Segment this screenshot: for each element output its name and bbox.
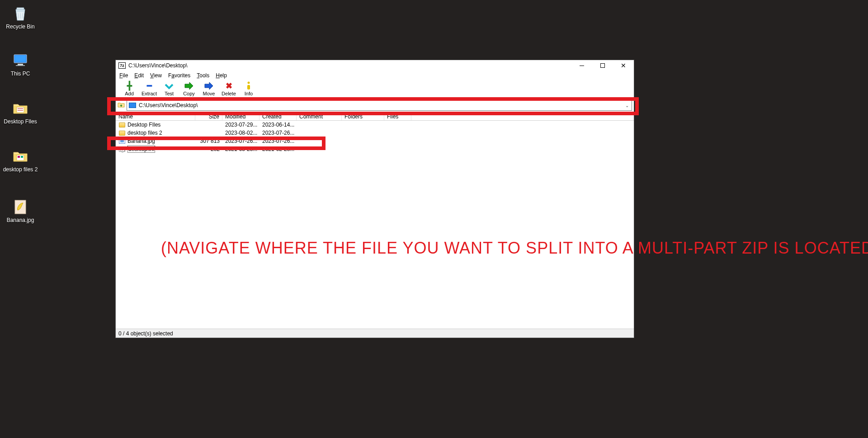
col-name[interactable]: Name	[116, 113, 195, 120]
svg-rect-13	[247, 85, 250, 89]
toolbar-label: Test	[165, 91, 174, 96]
svg-point-12	[248, 82, 250, 84]
menu-file[interactable]: File	[119, 72, 128, 79]
status-bar: 0 / 4 object(s) selected	[116, 329, 634, 338]
column-headers: Name Size Modified Created Comment Folde…	[116, 113, 634, 121]
list-row-folder[interactable]: Desktop FIles 2023-07-29... 2023-06-14..…	[116, 121, 634, 129]
desktop-icon-desktop-files-2[interactable]: desktop files 2	[0, 146, 41, 173]
desktop-icon-label: This PC	[11, 71, 30, 77]
file-modified: 2023-07-29...	[222, 122, 259, 128]
check-icon	[165, 81, 174, 91]
file-name: desktop.ini	[127, 146, 155, 153]
list-row-ini[interactable]: desktop.ini 282 2021-05-23... 2021-02-28…	[116, 145, 634, 153]
folder-icon	[118, 130, 126, 136]
maximize-button[interactable]	[592, 60, 613, 71]
col-modified[interactable]: Modified	[222, 113, 259, 120]
minimize-button[interactable]	[571, 60, 592, 71]
folder-icon	[118, 122, 126, 128]
col-created[interactable]: Created	[259, 113, 297, 120]
address-bar-area: C:\Users\Vince\Desktop\ ⌄	[116, 99, 634, 113]
col-size[interactable]: Size	[195, 113, 222, 120]
toolbar: ╋ Add ━ Extract Test Copy Move ✖	[116, 80, 634, 99]
desktop-icon-recycle-bin[interactable]: Recycle Bin	[0, 4, 41, 30]
address-path: C:\Users\Vince\Desktop\	[139, 102, 198, 108]
toolbar-test[interactable]: Test	[159, 81, 179, 96]
file-modified: 2021-05-23...	[222, 146, 259, 152]
recycle-bin-icon	[11, 4, 30, 23]
title-bar[interactable]: 7z C:\Users\Vince\Desktop\ ✕	[116, 60, 634, 71]
toolbar-label: Move	[203, 91, 215, 96]
col-files[interactable]: Files	[384, 113, 411, 120]
menu-bar: File Edit View Favorites Tools Help	[116, 71, 634, 80]
toolbar-label: Delete	[222, 91, 236, 96]
toolbar-delete[interactable]: ✖ Delete	[219, 81, 239, 96]
window-title: C:\Users\Vince\Desktop\	[128, 62, 571, 69]
file-name: desktop files 2	[127, 130, 162, 136]
svg-rect-2	[15, 56, 26, 62]
status-text: 0 / 4 object(s) selected	[118, 330, 173, 337]
folder-icon	[11, 99, 30, 118]
sevenzip-window: 7z C:\Users\Vince\Desktop\ ✕ File Edit V…	[115, 60, 634, 338]
file-created: 2023-07-26...	[259, 138, 297, 144]
toolbar-label: Info	[245, 91, 253, 96]
file-size: 282	[195, 146, 222, 152]
svg-rect-0	[17, 8, 24, 9]
menu-edit[interactable]: Edit	[134, 72, 144, 79]
annotation-text: (NAVIGATE WHERE THE FILE YOU WANT TO SPL…	[161, 239, 868, 258]
toolbar-copy[interactable]: Copy	[179, 81, 199, 96]
file-modified: 2023-08-02...	[222, 130, 259, 136]
copy-arrow-icon	[184, 81, 194, 91]
file-created: 2023-07-26...	[259, 130, 297, 136]
desktop-icon-banana[interactable]: Banana.jpg	[0, 197, 41, 223]
up-folder-icon[interactable]	[118, 101, 125, 108]
move-arrow-icon	[204, 81, 214, 91]
app-icon: 7z	[118, 62, 126, 69]
computer-icon	[129, 103, 136, 108]
address-bar[interactable]: C:\Users\Vince\Desktop\ ⌄	[127, 100, 632, 111]
desktop-icon-label: desktop files 2	[3, 166, 38, 173]
plus-icon: ╋	[127, 81, 132, 91]
svg-rect-6	[18, 108, 23, 109]
file-size: 307 813	[195, 138, 222, 144]
toolbar-extract[interactable]: ━ Extract	[139, 81, 159, 96]
col-comment[interactable]: Comment	[297, 113, 342, 120]
toolbar-label: Extract	[142, 91, 157, 96]
image-icon	[118, 138, 126, 144]
this-pc-icon	[11, 51, 30, 70]
list-row-image[interactable]: Banana.jpg 307 813 2023-07-26... 2023-07…	[116, 137, 634, 145]
folder-icon	[11, 146, 30, 165]
col-folders[interactable]: Folders	[342, 113, 384, 120]
svg-rect-9	[18, 156, 20, 158]
info-icon	[245, 81, 252, 91]
desktop-icon-this-pc[interactable]: This PC	[0, 51, 41, 77]
menu-help[interactable]: Help	[216, 72, 227, 79]
toolbar-label: Copy	[183, 91, 195, 96]
settings-file-icon	[118, 146, 126, 152]
file-created: 2023-06-14...	[259, 122, 297, 128]
svg-rect-3	[18, 64, 23, 65]
toolbar-label: Add	[125, 91, 134, 96]
minus-icon: ━	[147, 81, 152, 91]
desktop-icon-label: Recycle Bin	[6, 24, 34, 30]
svg-rect-7	[18, 110, 23, 111]
desktop-icon-label: Desktop FIles	[4, 118, 37, 125]
desktop-icon-desktop-files[interactable]: Desktop FIles	[0, 99, 41, 125]
list-row-folder[interactable]: desktop files 2 2023-08-02... 2023-07-26…	[116, 129, 634, 137]
chevron-down-icon[interactable]: ⌄	[625, 103, 629, 108]
file-list[interactable]: Desktop FIles 2023-07-29... 2023-06-14..…	[116, 121, 634, 153]
toolbar-add[interactable]: ╋ Add	[119, 81, 139, 96]
menu-tools[interactable]: Tools	[197, 72, 209, 79]
delete-icon: ✖	[226, 81, 232, 91]
svg-rect-4	[16, 65, 25, 66]
close-button[interactable]: ✕	[613, 60, 634, 71]
file-modified: 2023-07-26...	[222, 138, 259, 144]
svg-rect-10	[21, 156, 23, 158]
image-file-icon	[11, 197, 30, 216]
menu-view[interactable]: View	[150, 72, 162, 79]
toolbar-move[interactable]: Move	[199, 81, 219, 96]
file-name: Banana.jpg	[127, 138, 155, 144]
toolbar-info[interactable]: Info	[239, 81, 259, 96]
file-created: 2021-02-28...	[259, 146, 297, 152]
file-name: Desktop FIles	[127, 122, 160, 128]
menu-favorites[interactable]: Favorites	[168, 72, 190, 79]
